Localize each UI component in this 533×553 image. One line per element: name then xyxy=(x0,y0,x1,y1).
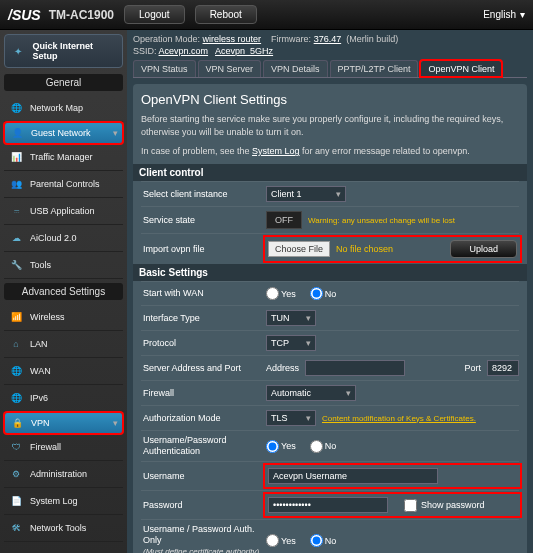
brand-logo: /SUS xyxy=(8,7,41,23)
upa-label: Username/Password Authentication xyxy=(141,435,266,457)
sidebar-item-guest-network[interactable]: 👤Guest Network xyxy=(4,122,123,144)
state-label: Service state xyxy=(141,215,266,226)
language-select[interactable]: English ▾ xyxy=(483,9,525,20)
reboot-button[interactable]: Reboot xyxy=(195,5,257,24)
nav-label: Guest Network xyxy=(31,128,91,138)
keys-certs-link[interactable]: Content modification of Keys & Certifica… xyxy=(322,414,476,423)
cloud-icon: ☁ xyxy=(8,230,24,246)
qis-label: Quick Internet Setup xyxy=(32,41,118,61)
sidebar-item-ipv6[interactable]: 🌐IPv6 xyxy=(4,385,123,412)
sidebar-item-firewall[interactable]: 🛡Firewall xyxy=(4,434,123,461)
nav-label: Parental Controls xyxy=(30,179,100,189)
choose-file-button[interactable]: Choose File xyxy=(268,241,330,257)
sidebar-item-tools[interactable]: 🔧Tools xyxy=(4,252,123,279)
desc2-pre: In case of problem, see the xyxy=(141,146,252,156)
interface-select[interactable]: TUN xyxy=(266,310,316,326)
client-instance-select[interactable]: Client 1 xyxy=(266,186,346,202)
fw-label: Firewall xyxy=(141,388,266,399)
tab-vpn-details[interactable]: VPN Details xyxy=(263,60,328,77)
tab-pptp-l2tp[interactable]: PPTP/L2TP Client xyxy=(330,60,419,77)
no-file-text: No file chosen xyxy=(336,244,393,254)
panel-desc1: Before starting the service make sure yo… xyxy=(141,113,519,139)
auth-mode-select[interactable]: TLS xyxy=(266,410,316,426)
service-state-toggle[interactable]: OFF xyxy=(266,211,302,229)
logout-button[interactable]: Logout xyxy=(124,5,185,24)
section-advanced: Advanced Settings xyxy=(4,283,123,300)
lock-icon: 🔒 xyxy=(9,415,25,431)
port-label: Port xyxy=(464,363,481,373)
section-client-control: Client control xyxy=(133,164,527,181)
nav-label: LAN xyxy=(30,339,48,349)
nav-label: WAN xyxy=(30,366,51,376)
instance-label: Select client instance xyxy=(141,189,266,200)
upa-no[interactable]: No xyxy=(310,440,337,453)
fw-link[interactable]: 376.47 xyxy=(314,34,342,44)
tab-vpn-status[interactable]: VPN Status xyxy=(133,60,196,77)
upload-button[interactable]: Upload xyxy=(450,240,517,258)
user-icon: 👤 xyxy=(9,125,25,141)
model-label: TM-AC1900 xyxy=(49,8,114,22)
opmode-label: Operation Mode: xyxy=(133,34,200,44)
people-icon: 👥 xyxy=(8,176,24,192)
startwan-no[interactable]: No xyxy=(310,287,337,300)
sidebar-item-parental-controls[interactable]: 👥Parental Controls xyxy=(4,171,123,198)
protocol-select[interactable]: TCP xyxy=(266,335,316,351)
import-label: Import ovpn file xyxy=(141,244,266,255)
opmode-link[interactable]: wireless router xyxy=(203,34,262,44)
sidebar-item-lan[interactable]: ⌂LAN xyxy=(4,331,123,358)
quick-internet-setup[interactable]: ✦ Quick Internet Setup xyxy=(4,34,123,68)
sidebar-item-network-map[interactable]: 🌐Network Map xyxy=(4,95,123,122)
upa2-label: Username / Password Auth. Only(Must defi… xyxy=(141,524,266,553)
proto-label: Protocol xyxy=(141,338,266,349)
ssid2-link[interactable]: Acevpn_5GHz xyxy=(215,46,273,56)
panel-title: OpenVPN Client Settings xyxy=(141,92,519,107)
tab-vpn-server[interactable]: VPN Server xyxy=(198,60,262,77)
addr-pre: Address xyxy=(266,363,299,373)
gear-icon: ⚙ xyxy=(8,466,24,482)
show-password-toggle[interactable]: Show password xyxy=(404,499,485,512)
ssid1-link[interactable]: Acevpn.com xyxy=(159,46,209,56)
section-basic: Basic Settings xyxy=(133,264,527,281)
upa-yes[interactable]: Yes xyxy=(266,440,296,453)
system-log-link[interactable]: System Log xyxy=(252,146,300,156)
upa2-yes[interactable]: Yes xyxy=(266,534,296,547)
globe-icon: 🌐 xyxy=(8,390,24,406)
nav-label: USB Application xyxy=(30,206,95,216)
pass-label: Password xyxy=(141,500,266,511)
fw-label: Firmware: xyxy=(271,34,311,44)
globe-icon: 🌐 xyxy=(8,100,24,116)
address-input[interactable] xyxy=(305,360,405,376)
startwan-label: Start with WAN xyxy=(141,288,266,299)
nav-label: Tools xyxy=(30,260,51,270)
sidebar-item-administration[interactable]: ⚙Administration xyxy=(4,461,123,488)
tools-icon: 🛠 xyxy=(8,520,24,536)
firewall-select[interactable]: Automatic xyxy=(266,385,356,401)
startwan-yes[interactable]: Yes xyxy=(266,287,296,300)
wrench-icon: 🔧 xyxy=(8,257,24,273)
sidebar-item-traffic-manager[interactable]: 📊Traffic Manager xyxy=(4,144,123,171)
doc-icon: 📄 xyxy=(8,493,24,509)
wifi-icon: 📶 xyxy=(8,309,24,325)
sidebar-item-aicloud[interactable]: ☁AiCloud 2.0 xyxy=(4,225,123,252)
nav-label: IPv6 xyxy=(30,393,48,403)
sidebar-item-system-log[interactable]: 📄System Log xyxy=(4,488,123,515)
sidebar-item-wireless[interactable]: 📶Wireless xyxy=(4,304,123,331)
ssid-label: SSID: xyxy=(133,46,157,56)
password-input[interactable] xyxy=(268,497,388,513)
username-input[interactable] xyxy=(268,468,438,484)
upa2-no[interactable]: No xyxy=(310,534,337,547)
sidebar-item-vpn[interactable]: 🔒VPN xyxy=(4,412,123,434)
section-general: General xyxy=(4,74,123,91)
language-label: English xyxy=(483,9,516,20)
state-warning: Warning: any unsaved change will be lost xyxy=(308,216,455,225)
tab-openvpn-client[interactable]: OpenVPN Client xyxy=(420,60,502,77)
sidebar-item-network-tools[interactable]: 🛠Network Tools xyxy=(4,515,123,542)
shield-icon: 🛡 xyxy=(8,439,24,455)
nav-label: VPN xyxy=(31,418,50,428)
sidebar-item-usb-application[interactable]: ⎓USB Application xyxy=(4,198,123,225)
nav-label: Traffic Manager xyxy=(30,152,93,162)
globe-icon: 🌐 xyxy=(8,363,24,379)
port-input[interactable] xyxy=(487,360,519,376)
setup-icon: ✦ xyxy=(9,42,26,60)
sidebar-item-wan[interactable]: 🌐WAN xyxy=(4,358,123,385)
